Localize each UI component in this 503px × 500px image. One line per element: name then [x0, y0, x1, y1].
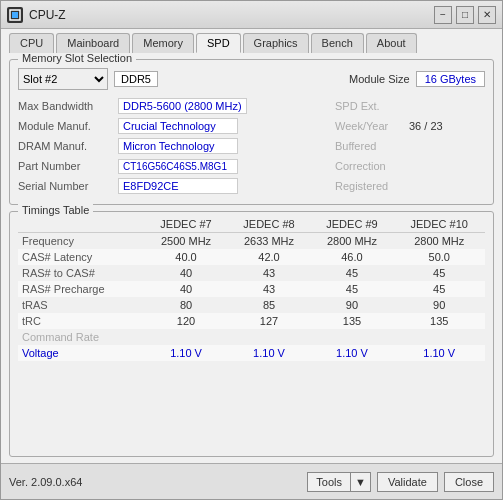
minimize-button[interactable]: −: [434, 6, 452, 24]
ras-cas-row: RAS# to CAS# 40 43 45 45: [18, 265, 485, 281]
validate-button[interactable]: Validate: [377, 472, 438, 492]
tras-jedec9: 90: [310, 297, 393, 313]
trc-jedec9: 135: [310, 313, 393, 329]
tab-about[interactable]: About: [366, 33, 417, 53]
tab-spd[interactable]: SPD: [196, 33, 241, 53]
voltage-label: Voltage: [18, 345, 145, 361]
freq-jedec9: 2800 MHz: [310, 233, 393, 250]
cr-jedec8: [228, 329, 311, 345]
window-controls: − □ ✕: [434, 6, 496, 24]
slot-selector[interactable]: Slot #1 Slot #2 Slot #3 Slot #4: [18, 68, 108, 90]
window-title: CPU-Z: [29, 8, 434, 22]
week-year-value: 36 / 23: [409, 120, 443, 132]
rascas-jedec8: 43: [228, 265, 311, 281]
tools-group: Tools ▼: [307, 472, 371, 492]
freq-jedec7: 2500 MHz: [145, 233, 228, 250]
right-info: SPD Ext. Week/Year 36 / 23 Buffered: [325, 96, 485, 196]
max-bandwidth-label: Max Bandwidth: [18, 100, 118, 112]
timings-group: Timings Table JEDEC #7 JEDEC #8 JEDEC #9…: [9, 211, 494, 457]
volt-jedec9: 1.10 V: [310, 345, 393, 361]
module-size-label: Module Size: [349, 73, 410, 85]
part-number-value: CT16G56C46S5.M8G1: [118, 159, 238, 174]
volt-jedec10: 1.10 V: [393, 345, 485, 361]
tras-row: tRAS 80 85 90 90: [18, 297, 485, 313]
rascas-jedec9: 45: [310, 265, 393, 281]
timings-group-title: Timings Table: [18, 204, 93, 216]
cas-jedec7: 40.0: [145, 249, 228, 265]
version-text: Ver. 2.09.0.x64: [9, 476, 301, 488]
registered-label: Registered: [335, 180, 405, 192]
trc-jedec7: 120: [145, 313, 228, 329]
memory-slot-group-title: Memory Slot Selection: [18, 53, 136, 64]
timings-header-row: JEDEC #7 JEDEC #8 JEDEC #9 JEDEC #10: [18, 216, 485, 233]
cas-latency-label: CAS# Latency: [18, 249, 145, 265]
cas-jedec9: 46.0: [310, 249, 393, 265]
frequency-row: Frequency 2500 MHz 2633 MHz 2800 MHz 280…: [18, 233, 485, 250]
tras-jedec8: 85: [228, 297, 311, 313]
tras-jedec7: 80: [145, 297, 228, 313]
cas-jedec10: 50.0: [393, 249, 485, 265]
tras-jedec10: 90: [393, 297, 485, 313]
command-rate-label: Command Rate: [18, 329, 145, 345]
part-number-label: Part Number: [18, 160, 118, 172]
ras-precharge-row: RAS# Precharge 40 43 45 45: [18, 281, 485, 297]
main-content: Memory Slot Selection Slot #1 Slot #2 Sl…: [1, 53, 502, 463]
frequency-label: Frequency: [18, 233, 145, 250]
tab-cpu[interactable]: CPU: [9, 33, 54, 53]
cas-latency-row: CAS# Latency 40.0 42.0 46.0 50.0: [18, 249, 485, 265]
correction-row: Correction: [335, 156, 485, 176]
cas-jedec8: 42.0: [228, 249, 311, 265]
tools-dropdown-button[interactable]: ▼: [350, 472, 371, 492]
part-number-row: Part Number CT16G56C46S5.M8G1: [18, 156, 325, 176]
buffered-row: Buffered: [335, 136, 485, 156]
trc-jedec8: 127: [228, 313, 311, 329]
voltage-row: Voltage 1.10 V 1.10 V 1.10 V 1.10 V: [18, 345, 485, 361]
max-bandwidth-value: DDR5-5600 (2800 MHz): [118, 98, 247, 114]
tab-bench[interactable]: Bench: [311, 33, 364, 53]
tools-button[interactable]: Tools: [307, 472, 350, 492]
module-manuf-label: Module Manuf.: [18, 120, 118, 132]
ras-precharge-label: RAS# Precharge: [18, 281, 145, 297]
max-bandwidth-row: Max Bandwidth DDR5-5600 (2800 MHz): [18, 96, 325, 116]
rascas-jedec7: 40: [145, 265, 228, 281]
left-info: Max Bandwidth DDR5-5600 (2800 MHz) Modul…: [18, 96, 325, 196]
col-header-jedec9: JEDEC #9: [310, 216, 393, 233]
module-manuf-value: Crucial Technology: [118, 118, 238, 134]
raspre-jedec7: 40: [145, 281, 228, 297]
cr-jedec10: [393, 329, 485, 345]
correction-label: Correction: [335, 160, 405, 172]
maximize-button[interactable]: □: [456, 6, 474, 24]
slot-selection-row: Slot #1 Slot #2 Slot #3 Slot #4 DDR5 Mod…: [18, 68, 485, 90]
ddr-type: DDR5: [114, 71, 158, 87]
close-button[interactable]: Close: [444, 472, 494, 492]
trc-label: tRC: [18, 313, 145, 329]
raspre-jedec9: 45: [310, 281, 393, 297]
dram-manuf-row: DRAM Manuf. Micron Technology: [18, 136, 325, 156]
title-bar: CPU-Z − □ ✕: [1, 1, 502, 29]
dram-manuf-label: DRAM Manuf.: [18, 140, 118, 152]
tab-memory[interactable]: Memory: [132, 33, 194, 53]
rascas-jedec10: 45: [393, 265, 485, 281]
freq-jedec10: 2800 MHz: [393, 233, 485, 250]
timings-table: JEDEC #7 JEDEC #8 JEDEC #9 JEDEC #10 Fre…: [18, 216, 485, 361]
col-header-jedec8: JEDEC #8: [228, 216, 311, 233]
trc-jedec10: 135: [393, 313, 485, 329]
tab-graphics[interactable]: Graphics: [243, 33, 309, 53]
close-window-button[interactable]: ✕: [478, 6, 496, 24]
ras-cas-label: RAS# to CAS#: [18, 265, 145, 281]
serial-number-row: Serial Number E8FD92CE: [18, 176, 325, 196]
buffered-label: Buffered: [335, 140, 405, 152]
info-section: Max Bandwidth DDR5-5600 (2800 MHz) Modul…: [18, 96, 485, 196]
freq-jedec8: 2633 MHz: [228, 233, 311, 250]
bottom-bar: Ver. 2.09.0.x64 Tools ▼ Validate Close: [1, 463, 502, 499]
volt-jedec7: 1.10 V: [145, 345, 228, 361]
main-window: CPU-Z − □ ✕ CPU Mainboard Memory SPD Gra…: [0, 0, 503, 500]
tab-mainboard[interactable]: Mainboard: [56, 33, 130, 53]
module-size-value: 16 GBytes: [416, 71, 485, 87]
memory-slot-group: Memory Slot Selection Slot #1 Slot #2 Sl…: [9, 59, 494, 205]
spd-ext-label: SPD Ext.: [335, 100, 405, 112]
module-manuf-row: Module Manuf. Crucial Technology: [18, 116, 325, 136]
raspre-jedec8: 43: [228, 281, 311, 297]
trc-row: tRC 120 127 135 135: [18, 313, 485, 329]
serial-number-label: Serial Number: [18, 180, 118, 192]
